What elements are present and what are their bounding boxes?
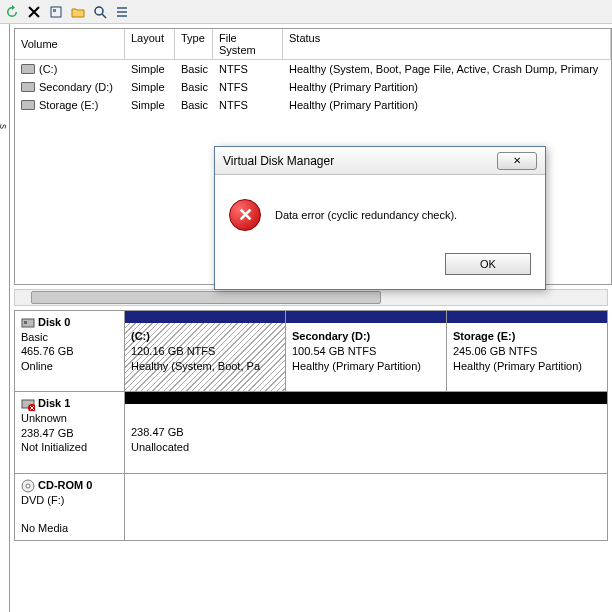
refresh-icon[interactable] [2, 2, 22, 22]
disk-warn-icon [21, 397, 35, 411]
ok-button[interactable]: OK [445, 253, 531, 275]
disk-info: Disk 1 Unknown 238.47 GB Not Initialized [15, 392, 125, 472]
dialog-close-button[interactable]: ✕ [497, 152, 537, 170]
col-type[interactable]: Type [175, 29, 213, 59]
col-volume[interactable]: Volume [15, 29, 125, 59]
svg-rect-4 [24, 321, 27, 324]
vol-name: Secondary (D:) [39, 81, 113, 93]
partition-unallocated[interactable]: 238.47 GBUnallocated [125, 392, 607, 472]
partition[interactable]: (C:)120.16 GB NTFSHealthy (System, Boot,… [125, 311, 286, 391]
toolbar [0, 0, 612, 24]
search-icon[interactable] [90, 2, 110, 22]
volume-row[interactable]: Secondary (D:) Simple Basic NTFS Healthy… [15, 78, 611, 96]
svg-point-2 [95, 7, 103, 15]
disk-info: Disk 0 Basic 465.76 GB Online [15, 311, 125, 391]
dialog-title: Virtual Disk Manager [223, 154, 334, 168]
props-icon[interactable] [46, 2, 66, 22]
horizontal-scrollbar[interactable] [14, 289, 608, 306]
col-status[interactable]: Status [283, 29, 611, 59]
col-filesystem[interactable]: File System [213, 29, 283, 59]
partition[interactable]: Secondary (D:)100.54 GB NTFSHealthy (Pri… [286, 311, 447, 391]
list-icon[interactable] [112, 2, 132, 22]
volume-row[interactable]: Storage (E:) Simple Basic NTFS Healthy (… [15, 96, 611, 114]
close-icon[interactable] [24, 2, 44, 22]
disk-panel: Disk 0 Basic 465.76 GB Online (C:)120.16… [14, 310, 608, 541]
disk-info: CD-ROM 0 DVD (F:) No Media [15, 474, 125, 540]
drive-icon [21, 64, 35, 74]
disk-row[interactable]: Disk 1 Unknown 238.47 GB Not Initialized… [15, 392, 607, 473]
left-panel: s [0, 24, 10, 612]
dialog-message: Data error (cyclic redundancy check). [275, 209, 457, 221]
drive-icon [21, 82, 35, 92]
scroll-thumb[interactable] [31, 291, 381, 304]
error-dialog: Virtual Disk Manager ✕ ✕ Data error (cyc… [214, 146, 546, 290]
volume-header: Volume Layout Type File System Status [15, 29, 611, 60]
vol-name: (C:) [39, 63, 57, 75]
disk-row[interactable]: Disk 0 Basic 465.76 GB Online (C:)120.16… [15, 311, 607, 392]
svg-point-8 [26, 484, 30, 488]
svg-rect-3 [22, 319, 34, 327]
disk-row[interactable]: CD-ROM 0 DVD (F:) No Media [15, 474, 607, 540]
col-layout[interactable]: Layout [125, 29, 175, 59]
disk-icon [21, 316, 35, 330]
vol-name: Storage (E:) [39, 99, 98, 111]
partition[interactable]: Storage (E:)245.06 GB NTFSHealthy (Prima… [447, 311, 607, 391]
dialog-titlebar[interactable]: Virtual Disk Manager ✕ [215, 147, 545, 175]
drive-icon [21, 100, 35, 110]
error-icon: ✕ [229, 199, 261, 231]
folder-icon[interactable] [68, 2, 88, 22]
svg-rect-1 [53, 9, 56, 12]
cdrom-icon [21, 479, 35, 493]
volume-row[interactable]: (C:) Simple Basic NTFS Healthy (System, … [15, 60, 611, 78]
